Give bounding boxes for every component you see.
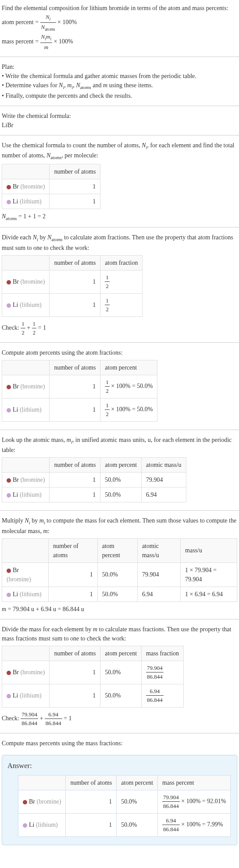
atomfrac-text: Divide each Ni by Natoms to calculate at… xyxy=(2,233,237,253)
answer-table: number of atomsatom percentmass percent … xyxy=(18,775,231,837)
mass-fractions: Divide the mass for each element by m to… xyxy=(0,621,239,731)
mass-percent-formula: mass percent = Nimi m × 100% xyxy=(2,32,237,51)
col-atom-percent: atom percent xyxy=(97,538,137,562)
bromine-dot-icon xyxy=(23,800,27,804)
chemical-formula: Write the chemical formula: LiBr xyxy=(0,108,239,133)
divider xyxy=(0,135,239,135)
formula-value: LiBr xyxy=(2,121,237,130)
divider xyxy=(0,733,239,733)
divider xyxy=(0,227,239,228)
divider xyxy=(0,106,239,106)
bromine-dot-icon xyxy=(7,671,11,675)
lithium-dot-icon xyxy=(7,493,11,498)
col-atomic-mass: atomic mass/u xyxy=(137,538,180,562)
atompct-table: number of atomsatom percent Br (bromine)… xyxy=(2,360,157,422)
lithium-dot-icon xyxy=(7,408,11,413)
divider xyxy=(0,342,239,343)
atomfrac-table: number of atomsatom fraction Br (bromine… xyxy=(2,255,143,317)
atom-percent-fraction: Ni Natoms xyxy=(40,13,56,32)
col-number-of-atoms: number of atoms xyxy=(50,458,100,473)
count-table: number of atoms Br (bromine) 1 Li (lithi… xyxy=(2,164,100,209)
count-equation: Natoms = 1 + 1 = 2 xyxy=(2,212,237,222)
count-atoms: Use the chemical formula to count the nu… xyxy=(0,137,239,226)
table-row: Li (lithium) 1 xyxy=(2,194,100,209)
atompct-heading: Compute atom percents using the atom fra… xyxy=(2,348,237,357)
col-atomic-mass: atomic mass/u xyxy=(142,458,186,473)
table-row: Li (lithium) 1 50.0% 6.94 xyxy=(2,487,186,502)
lithium-dot-icon xyxy=(7,200,11,204)
divider xyxy=(0,619,239,619)
table-row: Li (lithium) 1 12 xyxy=(2,293,143,317)
table-row: Br (bromine) 1 50.0% 79.90486.844 xyxy=(2,661,184,684)
col-number-of-atoms: number of atoms xyxy=(50,360,100,375)
table-row: Br (bromine) 1 50.0% 79.90486.844 × 100%… xyxy=(18,790,231,813)
table-row: Br (bromine) 1 50.0% 79.904 1 × 79.904 =… xyxy=(2,562,237,587)
table-row: Li (lithium) 1 50.0% 6.94 1 × 6.94 = 6.9… xyxy=(2,587,237,601)
atom-percents: Compute atom percents using the atom fra… xyxy=(0,345,239,428)
col-mass: mass/u xyxy=(181,538,237,562)
plan: Plan: • Write the chemical formula and g… xyxy=(0,59,239,104)
lithium-dot-icon xyxy=(7,694,11,698)
atom-fractions: Divide each Ni by Natoms to calculate at… xyxy=(0,229,239,341)
mass-percents: Compute mass percents using the mass fra… xyxy=(0,735,239,751)
formula-heading: Write the chemical formula: xyxy=(2,111,237,121)
col-mass-percent: mass percent xyxy=(158,775,231,790)
massfrac-text: Divide the mass for each element by m to… xyxy=(2,625,237,643)
lithium-dot-icon xyxy=(23,823,27,828)
plan-bullet-1: • Write the chemical formula and gather … xyxy=(2,71,237,81)
count-text: Use the chemical formula to count the nu… xyxy=(2,141,237,161)
massfrac-check: Check: 79.90486.844 + 6.9486.844 = 1 xyxy=(2,710,237,728)
table-row: Br (bromine) 1 50.0% 79.904 xyxy=(2,473,186,487)
plan-bullet-3: • Finally, compute the percents and chec… xyxy=(2,91,237,100)
molecular-mass: Multiply Ni by mi to compute the mass fo… xyxy=(0,512,239,617)
molmass-text: Multiply Ni by mi to compute the mass fo… xyxy=(2,516,237,536)
col-atom-percent: atom percent xyxy=(100,646,142,661)
col-number-of-atoms: number of atoms xyxy=(50,255,100,270)
table-row: Br (bromine) 1 12 × 100% = 50.0% xyxy=(2,375,157,398)
atomicmass-table: number of atomsatom percentatomic mass/u… xyxy=(2,457,186,502)
table-row: Li (lithium) 1 12 × 100% = 50.0% xyxy=(2,398,157,421)
col-mass-fraction: mass fraction xyxy=(142,646,184,661)
divider xyxy=(0,430,239,430)
table-row: Li (lithium) 1 50.0% 6.9486.844 × 100% =… xyxy=(18,813,231,836)
col-atom-percent: atom percent xyxy=(100,458,142,473)
atomic-mass: Look up the atomic mass, mi, in unified … xyxy=(0,432,239,509)
col-atom-percent: atom percent xyxy=(100,360,157,375)
col-number-of-atoms: number of atoms xyxy=(66,775,117,790)
plan-bullet-2: • Determine values for Ni, mi, Natoms an… xyxy=(2,81,237,91)
table-row: Br (bromine) 1 xyxy=(2,179,100,194)
bromine-dot-icon xyxy=(7,185,11,189)
col-atom-percent: atom percent xyxy=(117,775,158,790)
answer-heading: Answer: xyxy=(7,761,232,772)
lithium-dot-icon xyxy=(7,593,11,597)
atom-percent-formula: atom percent = Ni Natoms × 100% xyxy=(2,13,237,32)
col-number-of-atoms: number of atoms xyxy=(48,538,97,562)
intro: Find the elemental composition for lithi… xyxy=(0,0,239,55)
table-row: Li (lithium) 1 50.0% 6.9486.844 xyxy=(2,684,184,707)
massfrac-table: number of atomsatom percentmass fraction… xyxy=(2,646,184,708)
divider xyxy=(0,510,239,511)
col-atom-fraction: atom fraction xyxy=(100,255,143,270)
atomicmass-text: Look up the atomic mass, mi, in unified … xyxy=(2,435,237,455)
divider xyxy=(0,57,239,57)
molmass-table: number of atomsatom percentatomic mass/u… xyxy=(2,538,237,602)
answer-box: Answer: number of atomsatom percentmass … xyxy=(2,755,237,845)
intro-text: Find the elemental composition for lithi… xyxy=(2,4,237,13)
molmass-equation: m = 79.904 u + 6.94 u = 86.844 u xyxy=(2,605,237,614)
table-row: Br (bromine) 1 12 xyxy=(2,270,143,293)
bromine-dot-icon xyxy=(7,280,11,285)
atomfrac-check: Check: 12 + 12 = 1 xyxy=(2,320,237,337)
col-number-of-atoms: number of atoms xyxy=(50,646,100,661)
masspct-heading: Compute mass percents using the mass fra… xyxy=(2,739,237,748)
mass-percent-fraction: Nimi m xyxy=(40,32,53,51)
bromine-dot-icon xyxy=(7,385,11,389)
bromine-dot-icon xyxy=(7,478,11,483)
plan-heading: Plan: xyxy=(2,62,237,71)
lithium-dot-icon xyxy=(7,303,11,308)
bromine-dot-icon xyxy=(7,569,11,573)
col-number-of-atoms: number of atoms xyxy=(50,164,100,179)
